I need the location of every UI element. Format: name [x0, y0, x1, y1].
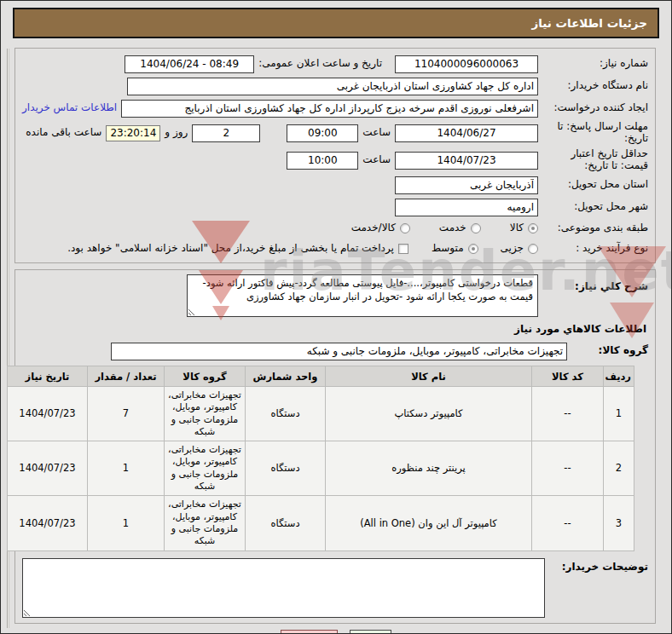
table-cell-need_date: 1404/07/23 [8, 387, 88, 441]
announce-datetime-input[interactable] [125, 55, 254, 73]
action-buttons: چاپ بازگشت [1, 630, 671, 634]
radio-icon[interactable] [528, 223, 538, 233]
table-cell-group: تجهیزات مخابراتی، کامپیوتر، موبایل، ملزو… [165, 441, 246, 496]
table-row: 2--پرینتر چند منظورهدستگاهتجهیزات مخابرا… [8, 441, 634, 496]
classification-options: کالاخدمتکالا/خدمت [351, 222, 538, 234]
deadline-label: مهلت ارسال پاسخ: تا تاریخ: [542, 121, 648, 145]
table-cell-name: کامپیوتر آل این وان (All in One) [326, 496, 532, 550]
table-cell-qty: 1 [88, 441, 165, 496]
radio-option[interactable]: کالا/خدمت [351, 222, 410, 234]
goods-group-input[interactable] [111, 343, 567, 360]
days-remaining-input[interactable] [192, 124, 260, 142]
price-validity-label: حداقل تاریخ اعتبار قیمت: تا تاریخ: [542, 148, 648, 172]
back-button[interactable]: بازگشت [281, 630, 338, 634]
radio-icon[interactable] [528, 244, 538, 254]
description-textarea[interactable]: قطعات درخواستی کامپیوتر،....-فایل پیوستی… [187, 274, 538, 317]
city-input[interactable] [395, 199, 538, 216]
radio-option-label: متوسط [432, 243, 464, 255]
goods-table-header-cell: تاریخ نیاز [8, 366, 88, 387]
radio-icon[interactable] [400, 223, 410, 233]
goods-table-header-cell: تعداد / مقدار [88, 366, 165, 387]
city-label: شهر محل تحویل: [542, 201, 648, 213]
creator-input[interactable] [121, 100, 538, 118]
creator-row: ایجاد کننده درخواست: اطلاعات تماس خریدار [22, 97, 648, 119]
table-cell-code: -- [532, 496, 604, 550]
radio-icon[interactable] [471, 223, 481, 233]
province-row: استان محل تحویل: [22, 174, 648, 196]
creator-label: ایجاد کننده درخواست: [542, 102, 648, 114]
treasury-checkbox-label: پرداخت تمام یا بخشی از مبلغ خرید،از محل … [67, 243, 394, 255]
table-cell-row: 3 [604, 496, 634, 550]
goods-table-wrap: ردیفکد کالانام کالاواحد شمارشگروه کالاتع… [34, 366, 634, 551]
countdown-timer: 23:20:14 [106, 125, 160, 141]
buyer-org-label: نام دستگاه خریدار: [542, 80, 648, 92]
buyer-notes-row: توضیحات خریدار: [22, 558, 648, 618]
need-number-label: شماره نیاز: [542, 58, 648, 70]
radio-icon[interactable] [468, 244, 478, 254]
table-cell-name: پرینتر چند منظوره [326, 441, 532, 496]
goods-table: ردیفکد کالانام کالاواحد شمارشگروه کالاتع… [7, 366, 634, 551]
goods-group-label: گروه کالا: [571, 345, 648, 357]
table-cell-row: 1 [604, 387, 634, 441]
validity-time-input[interactable] [287, 152, 358, 170]
radio-option[interactable]: خدمت [439, 222, 481, 234]
description-label: شرح کلي نیاز: [542, 281, 648, 293]
province-label: استان محل تحویل: [542, 179, 648, 191]
table-cell-group: تجهیزات مخابراتی، کامپیوتر، موبایل، ملزو… [165, 496, 246, 550]
buyer-notes-label: توضیحات خریدار: [549, 562, 648, 573]
city-row: شهر محل تحویل: [22, 196, 648, 218]
goods-table-header-cell: کد کالا [532, 366, 604, 387]
process-type-row: نوع فرآیند خرید : جزییمتوسط پرداخت تمام … [22, 239, 648, 259]
table-cell-code: -- [532, 387, 604, 441]
goods-table-header-cell: واحد شمارش [246, 366, 326, 387]
treasury-option[interactable]: پرداخت تمام یا بخشی از مبلغ خرید،از محل … [67, 243, 408, 255]
table-cell-unit: دستگاه [246, 496, 326, 550]
description-row: شرح کلي نیاز: قطعات درخواستی کامپیوتر،..… [22, 274, 648, 317]
page-title: جزئیات اطلاعات نیاز [13, 8, 659, 38]
need-number-input[interactable] [395, 55, 538, 73]
days-label: روز و [165, 127, 188, 139]
goods-table-header-row: ردیفکد کالانام کالاواحد شمارشگروه کالاتع… [8, 366, 634, 387]
radio-option-label: جزیی [501, 243, 524, 255]
goods-section-title: اطلاعات کالاهاي مورد نیاز [22, 323, 646, 335]
radio-option[interactable]: کالا [510, 222, 538, 234]
table-cell-need_date: 1404/07/23 [8, 496, 88, 550]
goods-info-panel: شرح کلي نیاز: قطعات درخواستی کامپیوتر،..… [14, 269, 656, 624]
deadline-date-input[interactable] [395, 124, 538, 142]
radio-option[interactable]: جزیی [501, 243, 538, 255]
print-button[interactable]: چاپ [350, 630, 391, 634]
need-details-page: جزئیات اطلاعات نیاز شماره نیاز: تاریخ و … [0, 0, 672, 634]
table-cell-name: کامپیوتر دسکتاپ [326, 387, 532, 441]
radio-option-label: خدمت [439, 222, 466, 234]
deadline-row: مهلت ارسال پاسخ: تا تاریخ: ساعت روز و 23… [22, 119, 648, 147]
table-cell-unit: دستگاه [246, 387, 326, 441]
radio-option[interactable]: متوسط [432, 243, 478, 255]
validity-hour-label: ساعت [362, 154, 391, 166]
radio-option-label: کالا [510, 222, 524, 234]
countdown-label: ساعت باقی مانده [26, 127, 101, 139]
price-validity-row: حداقل تاریخ اعتبار قیمت: تا تاریخ: ساعت [22, 147, 648, 174]
buyer-org-input[interactable] [127, 78, 538, 95]
process-type-options: جزییمتوسط [432, 243, 538, 255]
treasury-checkbox-icon[interactable] [398, 244, 408, 254]
province-input[interactable] [395, 176, 538, 194]
table-cell-unit: دستگاه [246, 441, 326, 496]
table-cell-need_date: 1404/07/23 [8, 441, 88, 496]
validity-date-input[interactable] [395, 152, 538, 170]
table-cell-qty: 1 [88, 496, 165, 550]
classification-label: طبقه بندی موضوعی: [542, 222, 648, 234]
deadline-time-input[interactable] [287, 124, 358, 142]
deadline-hour-label: ساعت [362, 127, 391, 139]
table-cell-code: -- [532, 441, 604, 496]
announce-label: تاریخ و ساعت اعلان عمومی: [258, 58, 382, 70]
table-cell-row: 2 [604, 441, 634, 496]
table-row: 1--کامپیوتر دسکتاپدستگاهتجهیزات مخابراتی… [8, 387, 634, 441]
process-type-label: نوع فرآیند خرید : [542, 243, 648, 255]
radio-option-label: کالا/خدمت [351, 222, 396, 234]
table-row: 3--کامپیوتر آل این وان (All in One)دستگا… [8, 496, 634, 550]
goods-table-header-cell: گروه کالا [165, 366, 246, 387]
buyer-contact-link[interactable]: اطلاعات تماس خریدار [22, 102, 117, 114]
goods-group-row: گروه کالا: [22, 340, 648, 362]
buyer-notes-textarea[interactable] [22, 558, 545, 618]
buyer-org-row: نام دستگاه خریدار: [22, 75, 648, 97]
